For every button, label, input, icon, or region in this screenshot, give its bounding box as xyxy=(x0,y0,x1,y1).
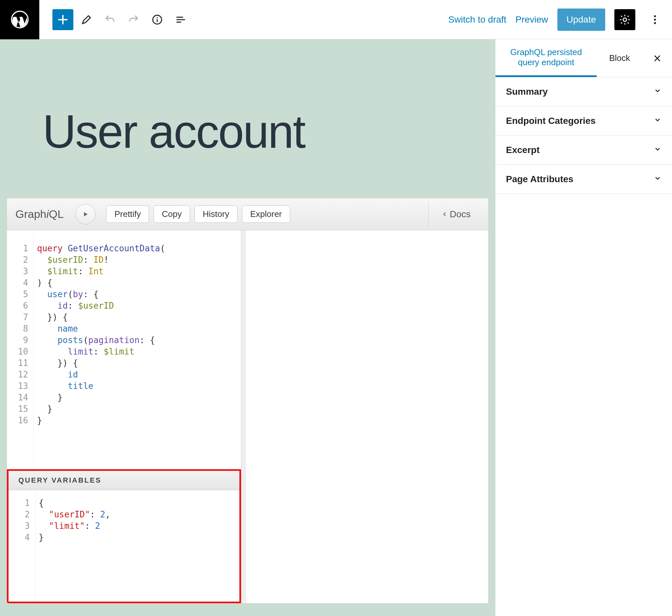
editor-column: 1 2 3 4 5 6 7 8 9 10 11 12 13 xyxy=(7,230,241,603)
editor-canvas: User account GraphiQL Prettify Copy Hist… xyxy=(0,39,495,616)
switch-to-draft-button[interactable]: Switch to draft xyxy=(448,14,506,25)
copy-button[interactable]: Copy xyxy=(154,205,190,223)
query-editor[interactable]: 1 2 3 4 5 6 7 8 9 10 11 12 13 xyxy=(7,230,241,469)
chevron-down-icon xyxy=(654,116,662,126)
panel-label: Page Attributes xyxy=(506,174,573,184)
docs-label: Docs xyxy=(450,209,471,219)
svg-point-2 xyxy=(157,17,158,18)
vars-gutter: 1 2 3 4 xyxy=(9,490,35,602)
query-variables-section: QUERY VARIABLES 1 2 3 4 { "userID": 2, "… xyxy=(7,469,241,603)
page-title[interactable]: User account xyxy=(43,105,453,159)
docs-toggle[interactable]: Docs xyxy=(428,201,480,227)
editor-topbar: Switch to draft Preview Update xyxy=(0,0,672,39)
settings-sidebar: GraphQL persisted query endpoint Block S… xyxy=(495,39,672,616)
wordpress-logo[interactable] xyxy=(0,0,39,39)
tab-document[interactable]: GraphQL persisted query endpoint xyxy=(495,39,597,77)
kebab-icon xyxy=(649,14,661,26)
svg-point-3 xyxy=(623,18,627,21)
update-button[interactable]: Update xyxy=(557,9,605,31)
redo-icon xyxy=(128,14,140,26)
pencil-icon xyxy=(81,14,92,26)
gear-icon xyxy=(619,14,631,26)
wordpress-icon xyxy=(11,10,29,28)
close-sidebar-button[interactable] xyxy=(643,39,672,77)
graphiql-toolbar: GraphiQL Prettify Copy History Explorer … xyxy=(7,198,488,230)
query-variables-editor[interactable]: 1 2 3 4 { "userID": 2, "limit": 2 } xyxy=(9,490,239,602)
main-content: User account GraphiQL Prettify Copy Hist… xyxy=(0,39,672,616)
panel-label: Excerpt xyxy=(506,145,540,155)
query-code[interactable]: query GetUserAccountData( $userID: ID! $… xyxy=(34,230,241,469)
panel-excerpt[interactable]: Excerpt xyxy=(495,136,672,165)
redo-button[interactable] xyxy=(123,9,144,30)
query-gutter: 1 2 3 4 5 6 7 8 9 10 11 12 13 xyxy=(7,230,34,469)
graphiql-body: 1 2 3 4 5 6 7 8 9 10 11 12 13 xyxy=(7,230,488,603)
undo-icon xyxy=(104,14,116,26)
title-area: User account xyxy=(0,39,495,198)
graphiql-logo: GraphiQL xyxy=(15,208,64,220)
undo-button[interactable] xyxy=(100,9,121,30)
svg-point-5 xyxy=(654,19,656,21)
svg-point-4 xyxy=(654,15,656,17)
chevron-left-icon xyxy=(442,210,448,219)
panel-endpoint-categories[interactable]: Endpoint Categories xyxy=(495,106,672,136)
play-icon xyxy=(82,211,89,218)
execute-button[interactable] xyxy=(75,204,96,224)
chevron-down-icon xyxy=(654,174,662,184)
add-block-button[interactable] xyxy=(52,9,73,30)
graphiql-block: GraphiQL Prettify Copy History Explorer … xyxy=(7,198,489,604)
info-button[interactable] xyxy=(147,9,168,30)
explorer-button[interactable]: Explorer xyxy=(242,205,290,223)
preview-button[interactable]: Preview xyxy=(515,14,548,25)
plus-icon xyxy=(57,13,69,26)
settings-button[interactable] xyxy=(614,9,635,30)
close-icon xyxy=(653,54,662,63)
panel-label: Endpoint Categories xyxy=(506,116,596,126)
panel-label: Summary xyxy=(506,86,548,97)
info-icon xyxy=(151,14,163,26)
chevron-down-icon xyxy=(654,86,662,97)
result-pane xyxy=(241,230,488,603)
panel-summary[interactable]: Summary xyxy=(495,77,672,106)
more-menu-button[interactable] xyxy=(644,9,665,30)
svg-point-6 xyxy=(654,22,656,24)
panel-page-attributes[interactable]: Page Attributes xyxy=(495,165,672,194)
sidebar-tabs: GraphQL persisted query endpoint Block xyxy=(495,39,672,77)
prettify-button[interactable]: Prettify xyxy=(106,205,149,223)
query-variables-header[interactable]: QUERY VARIABLES xyxy=(9,471,239,490)
edit-tool-button[interactable] xyxy=(76,9,97,30)
outline-button[interactable] xyxy=(170,9,191,30)
tab-block[interactable]: Block xyxy=(597,39,643,77)
history-button[interactable]: History xyxy=(195,205,237,223)
topbar-left-tools xyxy=(39,9,191,30)
topbar-right-actions: Switch to draft Preview Update xyxy=(448,9,672,31)
list-icon xyxy=(175,14,187,26)
vars-code[interactable]: { "userID": 2, "limit": 2 } xyxy=(35,490,239,602)
chevron-down-icon xyxy=(654,145,662,155)
